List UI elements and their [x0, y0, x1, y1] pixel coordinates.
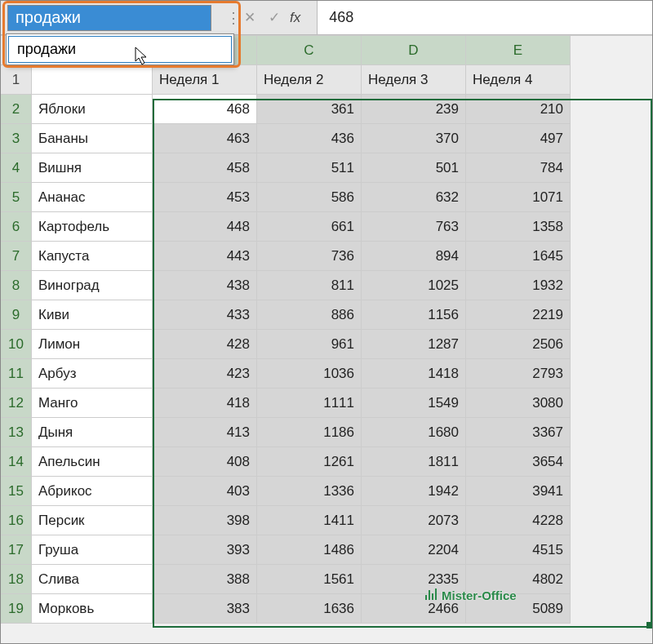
row-header-4[interactable]: 4 [1, 153, 32, 183]
data-cell[interactable]: 961 [257, 330, 362, 359]
data-cell[interactable]: 894 [362, 242, 466, 271]
data-cell[interactable]: 1186 [257, 418, 362, 447]
row-header-6[interactable]: 6 [1, 212, 32, 242]
row-header-8[interactable]: 8 [1, 271, 32, 300]
data-cell[interactable]: 393 [153, 535, 257, 565]
dropdown-item[interactable]: продажи [8, 36, 232, 63]
row-label[interactable]: Арбуз [32, 359, 153, 389]
row-header-10[interactable]: 10 [1, 330, 32, 359]
data-cell[interactable]: 1680 [362, 418, 466, 447]
data-cell[interactable]: 210 [466, 95, 571, 124]
data-cell[interactable]: 423 [153, 359, 257, 389]
data-cell[interactable]: 1549 [362, 389, 466, 418]
data-cell[interactable]: 2793 [466, 359, 571, 389]
data-cell[interactable]: 1636 [257, 594, 362, 624]
row-label[interactable]: Вишня [32, 153, 153, 183]
row-label[interactable]: Манго [32, 389, 153, 418]
data-cell[interactable]: 428 [153, 330, 257, 359]
data-cell[interactable]: 1111 [257, 389, 362, 418]
data-cell[interactable]: 1645 [466, 242, 571, 271]
data-cell[interactable]: 408 [153, 447, 257, 477]
row-header-18[interactable]: 18 [1, 565, 32, 594]
data-cell[interactable]: 501 [362, 153, 466, 183]
data-cell[interactable]: 1336 [257, 477, 362, 506]
row-header-5[interactable]: 5 [1, 183, 32, 212]
data-cell[interactable]: 586 [257, 183, 362, 212]
data-cell[interactable]: 361 [257, 95, 362, 124]
data-cell[interactable]: 886 [257, 300, 362, 330]
row-label[interactable]: Яблоки [32, 95, 153, 124]
enter-icon[interactable]: ✓ [265, 9, 283, 26]
spreadsheet-grid[interactable]: BCDE1Неделя 1Неделя 2Неделя 3Неделя 42Яб… [1, 35, 652, 624]
row-label[interactable]: Картофель [32, 212, 153, 242]
name-box-dropdown[interactable]: продажи [6, 33, 234, 65]
name-box-input[interactable] [7, 5, 211, 31]
row-header-13[interactable]: 13 [1, 418, 32, 447]
row-header-12[interactable]: 12 [1, 389, 32, 418]
data-cell[interactable]: 1156 [362, 300, 466, 330]
data-cell[interactable]: 239 [362, 95, 466, 124]
data-cell[interactable]: 1071 [466, 183, 571, 212]
header-cell[interactable]: Неделя 4 [466, 65, 571, 95]
data-cell[interactable]: 1418 [362, 359, 466, 389]
data-cell[interactable]: 1358 [466, 212, 571, 242]
data-cell[interactable]: 1811 [362, 447, 466, 477]
row-label[interactable]: Киви [32, 300, 153, 330]
data-cell[interactable]: 413 [153, 418, 257, 447]
row-header-15[interactable]: 15 [1, 477, 32, 506]
col-header-d[interactable]: D [362, 36, 466, 65]
fx-icon[interactable]: fx [290, 10, 309, 26]
col-header-e[interactable]: E [466, 36, 571, 65]
data-cell[interactable]: 2204 [362, 535, 466, 565]
data-cell[interactable]: 1932 [466, 271, 571, 300]
data-cell[interactable]: 438 [153, 271, 257, 300]
row-label[interactable]: Абрикос [32, 477, 153, 506]
data-cell[interactable]: 4802 [466, 565, 571, 594]
row-header-1[interactable]: 1 [1, 65, 32, 95]
data-cell[interactable]: 784 [466, 153, 571, 183]
data-cell[interactable]: 1287 [362, 330, 466, 359]
row-label[interactable]: Виноград [32, 271, 153, 300]
row-header-16[interactable]: 16 [1, 506, 32, 535]
row-header-9[interactable]: 9 [1, 300, 32, 330]
data-cell[interactable]: 3941 [466, 477, 571, 506]
header-cell[interactable]: Неделя 3 [362, 65, 466, 95]
data-cell[interactable]: 5089 [466, 594, 571, 624]
data-cell[interactable]: 448 [153, 212, 257, 242]
data-cell[interactable]: 4515 [466, 535, 571, 565]
row-label[interactable]: Лимон [32, 330, 153, 359]
data-cell[interactable]: 2466 [362, 594, 466, 624]
data-cell[interactable]: 383 [153, 594, 257, 624]
row-header-3[interactable]: 3 [1, 124, 32, 153]
data-cell[interactable]: 418 [153, 389, 257, 418]
data-cell[interactable]: 1025 [362, 271, 466, 300]
grip-icon[interactable]: ⋮ [220, 9, 233, 27]
data-cell[interactable]: 2506 [466, 330, 571, 359]
data-cell[interactable]: 403 [153, 477, 257, 506]
cancel-icon[interactable]: ✕ [241, 9, 259, 26]
row-header-2[interactable]: 2 [1, 95, 32, 124]
data-cell[interactable]: 763 [362, 212, 466, 242]
data-cell[interactable]: 1486 [257, 535, 362, 565]
data-cell[interactable]: 463 [153, 124, 257, 153]
data-cell[interactable]: 2219 [466, 300, 571, 330]
data-cell[interactable]: 468 [153, 95, 257, 124]
data-cell[interactable]: 661 [257, 212, 362, 242]
header-cell[interactable]: Неделя 1 [153, 65, 257, 95]
header-cell[interactable]: Неделя 2 [257, 65, 362, 95]
data-cell[interactable]: 453 [153, 183, 257, 212]
data-cell[interactable]: 398 [153, 506, 257, 535]
data-cell[interactable]: 1411 [257, 506, 362, 535]
row-header-19[interactable]: 19 [1, 594, 32, 624]
data-cell[interactable]: 4228 [466, 506, 571, 535]
row-label[interactable]: Ананас [32, 183, 153, 212]
header-cell[interactable] [32, 65, 153, 95]
data-cell[interactable]: 370 [362, 124, 466, 153]
row-header-11[interactable]: 11 [1, 359, 32, 389]
data-cell[interactable]: 3654 [466, 447, 571, 477]
data-cell[interactable]: 736 [257, 242, 362, 271]
data-cell[interactable]: 458 [153, 153, 257, 183]
row-label[interactable]: Дыня [32, 418, 153, 447]
formula-value[interactable]: 468 [317, 1, 652, 34]
row-header-14[interactable]: 14 [1, 447, 32, 477]
